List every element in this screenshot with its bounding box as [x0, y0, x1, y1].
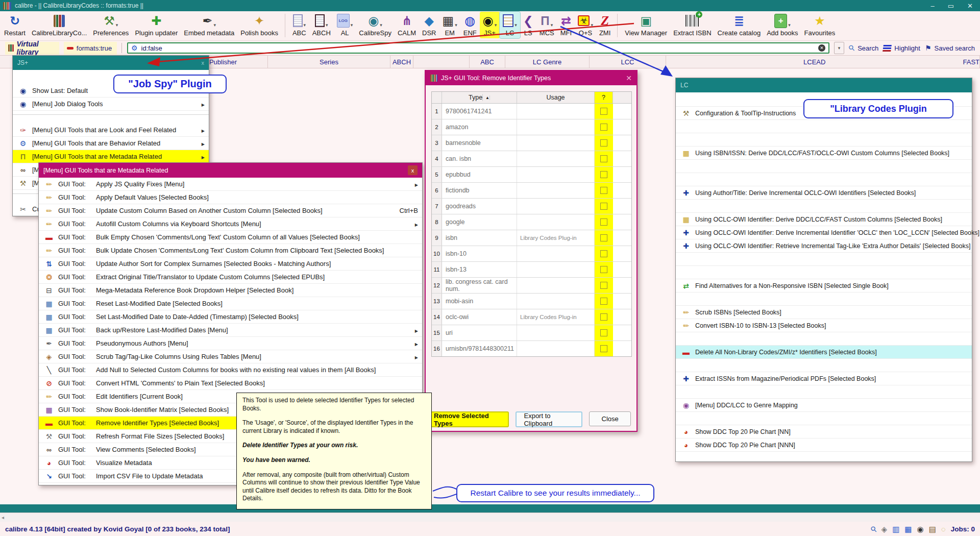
- toolbar-button[interactable]: ▣ ▾ View Manager: [622, 12, 670, 38]
- select-cell[interactable]: [595, 325, 613, 340]
- search-query-text[interactable]: id:false: [141, 44, 815, 52]
- close-button[interactable]: ✕: [967, 2, 973, 10]
- select-cell[interactable]: [595, 214, 613, 230]
- menu-item[interactable]: ◉ [Menu] DDC/LCC to Genre Mapping: [676, 399, 972, 412]
- checkbox[interactable]: [600, 250, 607, 257]
- select-cell[interactable]: [595, 262, 613, 277]
- select-cell[interactable]: [595, 199, 613, 214]
- identifier-row[interactable]: 9 isbn Library Codes Plug-in: [432, 230, 631, 246]
- chevron-down-icon[interactable]: ▾: [455, 22, 457, 29]
- horizontal-scrollbar[interactable]: ◂: [0, 513, 980, 522]
- menu-item[interactable]: ⊘ GUI Tool: Convert HTML 'Comments' to P…: [39, 377, 422, 390]
- menu-item[interactable]: ◕ Show DDC Top 20 Pie Chart [NNN]: [676, 438, 972, 452]
- chevron-down-icon[interactable]: ▾: [351, 22, 353, 29]
- toolbar-button[interactable]: ≣ ▾ Create catalog: [715, 12, 764, 38]
- checkbox[interactable]: [600, 313, 607, 321]
- identifier-row[interactable]: 8 google: [432, 214, 631, 230]
- chevron-down-icon[interactable]: ▾: [214, 22, 216, 29]
- menu-item[interactable]: ╲ GUI Tool: Add Null to Selected Custom …: [39, 363, 422, 377]
- identifier-type[interactable]: uri: [442, 325, 517, 340]
- identifier-row[interactable]: 12 lib. congress cat. card num.: [432, 278, 631, 294]
- maximize-button[interactable]: ▭: [948, 2, 954, 10]
- dialog-titlebar[interactable]: JS+ GUI Tool: Remove Identifier Types ✕: [426, 71, 636, 85]
- identifier-type[interactable]: epubbud: [442, 167, 517, 182]
- close-icon[interactable]: x: [202, 60, 205, 66]
- bar-chart-icon[interactable]: ▥: [892, 525, 899, 533]
- identifier-type[interactable]: 9780061741241: [442, 104, 517, 119]
- menu-item[interactable]: ◈ GUI Tool: Scrub Tag/Tag-Like Columns U…: [39, 350, 422, 363]
- menu-item[interactable]: ✏ GUI Tool: Apply Default Values [Select…: [39, 191, 422, 204]
- menu-item[interactable]: ✏ Scrub ISBNs [Selected Books]: [676, 306, 972, 319]
- tag-icon[interactable]: ◈: [881, 525, 888, 533]
- identifier-type[interactable]: barnesnoble: [442, 135, 517, 151]
- menu-item[interactable]: ✏ GUI Tool: Autofill Custom Columns via …: [39, 217, 422, 231]
- chevron-down-icon[interactable]: ▾: [304, 22, 306, 29]
- search-options-gear-icon[interactable]: ⚙: [131, 44, 138, 52]
- menu-item[interactable]: ▦ Using ISBN/ISSN: Derive DDC/LCC/FAST/O…: [676, 147, 972, 160]
- select-cell[interactable]: [595, 119, 613, 135]
- toolbar-button[interactable]: ✚ ▾ Plugin updater: [132, 12, 181, 38]
- splitter-bar[interactable]: [0, 504, 980, 513]
- menu-item[interactable]: ◕ Show DDC Top 20 Pie Chart [NN]: [676, 425, 972, 438]
- chevron-down-icon[interactable]: ▾: [380, 22, 382, 29]
- select-cell[interactable]: [595, 167, 613, 182]
- menu-item[interactable]: Π [Menu] GUI Tools that are Metadata Rel…: [13, 150, 209, 163]
- menu-item[interactable]: [676, 385, 972, 399]
- checkbox[interactable]: [600, 218, 607, 226]
- toolbar-button[interactable]: ✒ ▾ Embed metadata: [181, 12, 237, 38]
- menu-item[interactable]: ▦ GUI Tool: Reset Last-Modified Date [Se…: [39, 297, 422, 310]
- checkbox[interactable]: [600, 282, 607, 289]
- menu-item[interactable]: ✒ GUI Tool: Pseudonymous Authors [Menu]: [39, 337, 422, 350]
- toolbar-button[interactable]: Π ▾ MCS: [536, 12, 557, 38]
- toolbar-button[interactable]: ❮ ▾ LS: [520, 12, 536, 38]
- identifier-type[interactable]: google: [442, 214, 517, 230]
- select-cell[interactable]: [595, 278, 613, 293]
- checkbox[interactable]: [600, 234, 607, 241]
- identifier-row[interactable]: 4 can. isbn: [432, 151, 631, 167]
- toolbar-button[interactable]: ↻ ▾ Restart: [1, 12, 29, 38]
- zoom-icon[interactable]: ⚲: [869, 524, 878, 533]
- identifier-row[interactable]: 5 epubbud: [432, 167, 631, 183]
- identifier-row[interactable]: 14 oclc-owi Library Codes Plug-in: [432, 309, 631, 325]
- jobs-spinner-icon[interactable]: ◌: [941, 525, 946, 533]
- menu-item[interactable]: ✚ Using Author/Title: Derive Incremental…: [676, 186, 972, 200]
- export-to-clipboard-button[interactable]: Export to Clipboard: [516, 411, 582, 427]
- checkbox[interactable]: [600, 329, 607, 336]
- menu-item[interactable]: ⇄ Find Alternatives for a Non-Responsive…: [676, 279, 972, 293]
- question-column-header[interactable]: ?: [595, 92, 613, 103]
- identifier-type[interactable]: can. isbn: [442, 151, 517, 166]
- menu-item[interactable]: [676, 133, 972, 147]
- toolbar-button[interactable]: ◍ ▾ ENF: [460, 12, 480, 38]
- column-header[interactable]: FAST: [963, 56, 980, 68]
- identifier-row[interactable]: 7 goodreads: [432, 199, 631, 214]
- grid-view-icon[interactable]: ▦: [904, 525, 912, 533]
- identifier-type[interactable]: amazon: [442, 119, 517, 135]
- menu-item[interactable]: ⚙ [Menu] GUI Tools that are Behavior Rel…: [13, 137, 209, 150]
- toolbar-button[interactable]: + ▾ Add books: [764, 12, 801, 38]
- identifier-row[interactable]: 1 9780061741241: [432, 104, 631, 119]
- toolbar-button[interactable]: LOG ▾ AL: [334, 12, 356, 38]
- menu-item[interactable]: [676, 253, 972, 266]
- close-icon[interactable]: ✕: [626, 74, 632, 82]
- menu-item[interactable]: [676, 120, 972, 133]
- select-cell[interactable]: [595, 151, 613, 166]
- jobs-indicator[interactable]: Jobs: 0: [951, 525, 975, 533]
- column-header[interactable]: LCC: [590, 56, 666, 68]
- menu-item[interactable]: [13, 111, 209, 115]
- column-header[interactable]: LCEAD: [666, 56, 963, 68]
- identifier-row[interactable]: 2 amazon: [432, 119, 631, 135]
- select-cell[interactable]: [595, 104, 613, 119]
- menu-item[interactable]: ◉ [Menu] Job Dialog Tools: [13, 98, 209, 111]
- column-header[interactable]: [413, 56, 470, 68]
- menu-item[interactable]: ✚ Using OCLC-OWI Identifier: Retrieve In…: [676, 239, 972, 253]
- identifier-row[interactable]: 13 mobi-asin: [432, 294, 631, 309]
- chevron-down-icon[interactable]: ▾: [514, 22, 517, 29]
- search-history-dropdown[interactable]: ▾: [834, 42, 844, 54]
- toolbar-button[interactable]: ⋔ ▾ CALM: [395, 12, 419, 38]
- book-details-icon[interactable]: ▤: [929, 525, 936, 533]
- chevron-down-icon[interactable]: ▾: [551, 22, 553, 29]
- checkbox[interactable]: [600, 108, 607, 115]
- menu-item[interactable]: ✏ Convert ISBN-10 to ISBN-13 [Selected B…: [676, 319, 972, 332]
- menu-item[interactable]: ▬ GUI Tool: Bulk Empty Chosen 'Comments/…: [39, 231, 422, 244]
- identifier-row[interactable]: 11 isbn-13: [432, 262, 631, 278]
